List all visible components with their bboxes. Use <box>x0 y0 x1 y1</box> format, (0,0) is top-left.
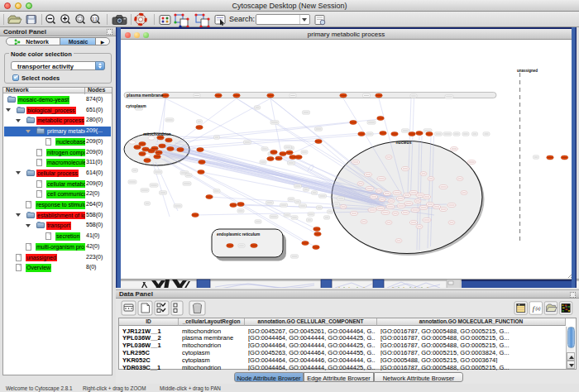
svg-text:unassigned: unassigned <box>517 69 538 73</box>
svg-text:(x): (x) <box>535 306 540 312</box>
svg-text:1:1: 1:1 <box>92 17 98 22</box>
svg-text:plasma membrane: plasma membrane <box>127 93 163 98</box>
svg-text:mitochondrion: mitochondrion <box>143 132 171 136</box>
svg-text:cytoplasm: cytoplasm <box>126 103 146 108</box>
svg-text:nucleus: nucleus <box>396 140 412 145</box>
svg-text:endoplasmic reticulum: endoplasmic reticulum <box>217 232 260 237</box>
